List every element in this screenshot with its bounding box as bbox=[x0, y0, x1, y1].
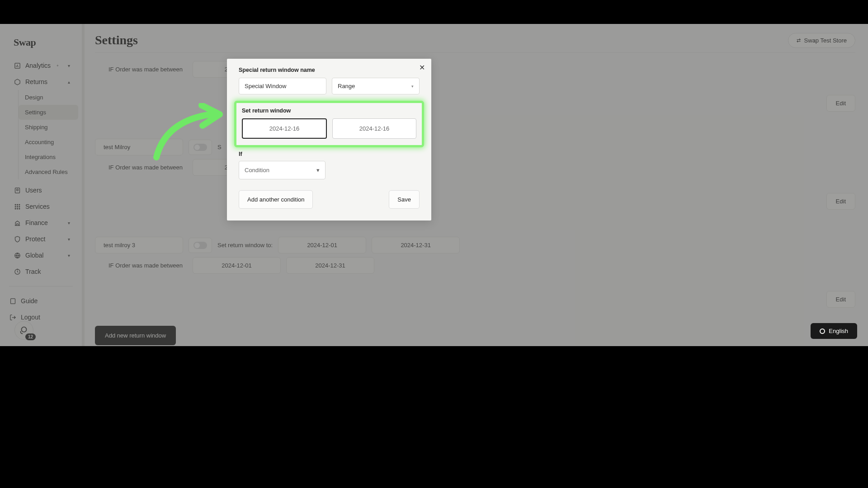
modal-footer: Add another condition Save bbox=[239, 190, 420, 209]
condition-select[interactable]: Condition ▾ bbox=[239, 161, 326, 179]
set-return-window-label: Set return window bbox=[242, 108, 416, 114]
chevron-down-icon: ▾ bbox=[316, 167, 320, 174]
modal-backdrop[interactable] bbox=[0, 24, 868, 346]
chevron-down-icon: ▾ bbox=[411, 84, 414, 89]
close-icon: ✕ bbox=[419, 64, 425, 71]
return-window-to-input[interactable]: 2024-12-16 bbox=[332, 118, 416, 139]
app-frame: Swap Analytics ✦ ▾ Returns ▴ Design Sett… bbox=[0, 24, 868, 346]
special-return-window-modal: ✕ Special return window name Special Win… bbox=[227, 59, 431, 221]
return-window-from-input[interactable]: 2024-12-16 bbox=[242, 118, 327, 139]
letterbox-top bbox=[0, 0, 868, 24]
language-label: English bbox=[829, 328, 848, 334]
condition-placeholder: Condition bbox=[245, 167, 269, 174]
save-button[interactable]: Save bbox=[389, 190, 420, 209]
modal-name-label: Special return window name bbox=[239, 67, 420, 73]
add-condition-button[interactable]: Add another condition bbox=[239, 190, 313, 209]
letterbox-bottom bbox=[0, 346, 868, 488]
window-type-select[interactable]: Range ▾ bbox=[332, 78, 420, 94]
set-return-window-highlight: Set return window 2024-12-16 2024-12-16 bbox=[234, 101, 424, 147]
modal-close-button[interactable]: ✕ bbox=[419, 63, 425, 72]
language-selector[interactable]: English bbox=[811, 323, 857, 339]
if-label: If bbox=[239, 151, 420, 157]
language-icon bbox=[820, 328, 825, 334]
window-name-input[interactable]: Special Window bbox=[239, 78, 326, 94]
window-type-value: Range bbox=[338, 83, 355, 89]
